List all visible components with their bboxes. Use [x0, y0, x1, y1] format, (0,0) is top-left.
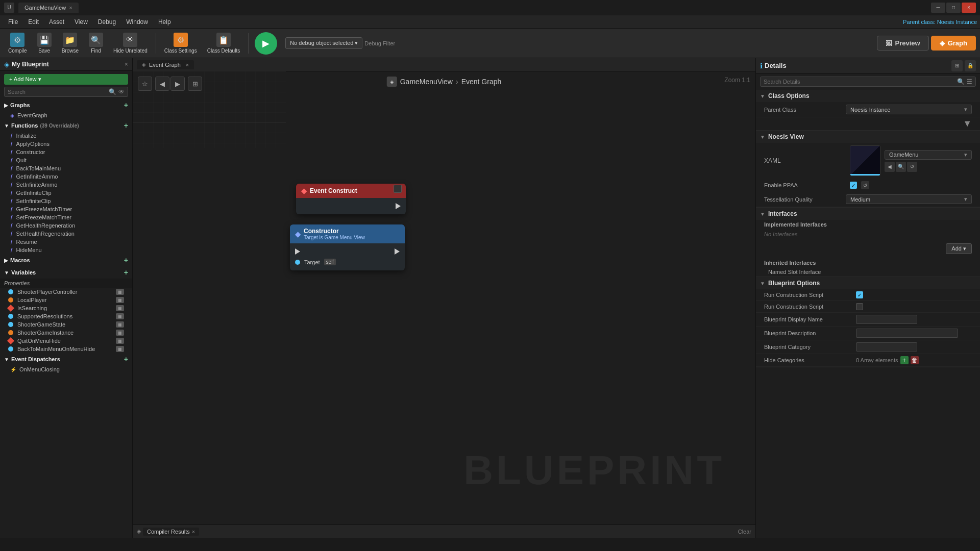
browse-button[interactable]: 📁 Browse — [58, 31, 83, 56]
func-gethealthregeneration[interactable]: ƒGetHealthRegeneration — [0, 221, 132, 230]
search-eye-icon[interactable]: 👁 — [118, 88, 125, 95]
functions-add-button[interactable]: + — [124, 121, 128, 130]
compiler-results-tab[interactable]: Compiler Results × — [143, 528, 199, 536]
add-interface-button[interactable]: Add ▾ — [946, 243, 972, 254]
breadcrumb-leaf[interactable]: Event Graph — [461, 78, 502, 86]
func-quit[interactable]: ƒQuit — [0, 156, 132, 164]
xaml-back-button[interactable]: ◀ — [885, 162, 895, 172]
xaml-preview[interactable] — [850, 145, 880, 176]
graphs-section-header[interactable]: ▶ Graphs + — [0, 99, 132, 111]
var-localplayer[interactable]: LocalPlayer ▦ — [0, 296, 132, 304]
func-setfreezematchtimer[interactable]: ƒSetFreezeMatchTimer — [0, 213, 132, 221]
class-options-header[interactable]: ▼ Class Options — [756, 90, 980, 102]
macros-section-header[interactable]: ▶ Macros + — [0, 254, 132, 266]
search-details-input[interactable] — [764, 79, 957, 85]
compiler-results-close[interactable]: × — [192, 529, 195, 535]
var-quitonmenuhide[interactable]: QuitOnMenuHide ▦ — [0, 337, 132, 345]
graph-bookmark-button[interactable]: ☆ — [138, 77, 152, 91]
tab-close-icon[interactable]: × — [69, 5, 72, 11]
func-initialize[interactable]: ƒInitialize — [0, 132, 132, 140]
array-add-button[interactable]: + — [900, 356, 909, 364]
var-supportedresolutions[interactable]: SupportedResolutions ▦ — [0, 312, 132, 320]
blueprint-options-header[interactable]: ▼ Blueprint Options — [756, 277, 980, 289]
close-button[interactable]: × — [962, 3, 976, 13]
menu-asset[interactable]: Asset — [44, 17, 69, 27]
var-shooterplayercontroller[interactable]: ShooterPlayerController ▦ — [0, 288, 132, 296]
tessellation-quality-dropdown[interactable]: Medium ▾ — [846, 194, 972, 204]
dispatchers-add-button[interactable]: + — [124, 355, 128, 363]
minimize-button[interactable]: ─ — [931, 3, 945, 13]
func-getinfiniteammo[interactable]: ƒGetInfiniteAmmo — [0, 172, 132, 181]
parent-class-dropdown[interactable]: Noesis Instance ▾ — [846, 105, 972, 114]
func-backtomainmenu[interactable]: ƒBackToMainMenu — [0, 164, 132, 172]
compile-button[interactable]: ⚙ Compile — [4, 31, 31, 56]
search-icon[interactable]: 🔍 — [109, 88, 116, 95]
event-graph-tab[interactable]: ◈ Event Graph × — [137, 60, 194, 69]
func-getinfiniteclip[interactable]: ƒGetInfiniteClip — [0, 189, 132, 197]
dispatcher-onmenuclosing[interactable]: ⚡ OnMenuClosing — [0, 365, 132, 373]
debug-object-dropdown[interactable]: No debug object selected ▾ — [285, 37, 362, 49]
graph-back-button[interactable]: ◀ — [155, 77, 169, 91]
preview-button[interactable]: 🖼 Preview — [877, 36, 929, 51]
noesis-view-header[interactable]: ▼ Noesis View — [756, 131, 980, 143]
var-shootergamestate[interactable]: ShooterGameState ▦ — [0, 320, 132, 329]
menu-edit[interactable]: Edit — [23, 17, 44, 27]
enable-ppaa-checkbox[interactable] — [850, 182, 857, 189]
func-hidemenu[interactable]: ƒHideMenu — [0, 246, 132, 254]
save-button[interactable]: 💾 Save — [33, 31, 56, 56]
menu-debug[interactable]: Debug — [93, 17, 121, 27]
maximize-button[interactable]: □ — [946, 3, 961, 13]
func-resume[interactable]: ƒResume — [0, 238, 132, 246]
blueprint-description-input[interactable] — [856, 329, 958, 338]
func-sethealthregeneration[interactable]: ƒSetHealthRegeneration — [0, 230, 132, 238]
xaml-dropdown[interactable]: GameMenu ▾ — [885, 150, 972, 160]
details-grid-view-button[interactable]: ⊞ — [951, 60, 963, 71]
var-shootergameinstance[interactable]: ShooterGameInstance ▦ — [0, 329, 132, 337]
class-settings-button[interactable]: ⚙ Class Settings — [160, 31, 201, 56]
func-setinfiniteclip[interactable]: ƒSetInfiniteClip — [0, 197, 132, 205]
macros-add-button[interactable]: + — [124, 256, 128, 264]
func-constructor[interactable]: ƒConstructor — [0, 148, 132, 156]
play-button[interactable]: ▶ — [255, 32, 277, 55]
add-new-button[interactable]: + Add New ▾ — [4, 74, 128, 85]
menu-help[interactable]: Help — [153, 17, 176, 27]
blueprint-display-name-input[interactable] — [856, 315, 917, 324]
blueprint-panel-close[interactable]: × — [125, 61, 128, 68]
xaml-search-button[interactable]: 🔍 — [896, 162, 906, 172]
functions-section-header[interactable]: ▼ Functions (39 Overridable) + — [0, 119, 132, 132]
search-input[interactable] — [8, 89, 109, 95]
event-graph-item[interactable]: ◈ EventGraph — [0, 111, 132, 119]
menu-view[interactable]: View — [69, 17, 93, 27]
graph-grid-button[interactable]: ⊞ — [188, 77, 202, 91]
rcs-checkbox-1[interactable] — [856, 291, 863, 298]
blueprint-category-input[interactable] — [856, 342, 917, 352]
constructor-node[interactable]: ◆ Constructor Target is Game Menu View — [290, 224, 405, 270]
clear-button[interactable]: Clear — [738, 529, 751, 535]
find-button[interactable]: 🔍 Find — [85, 31, 107, 56]
class-defaults-button[interactable]: 📋 Class Defaults — [203, 31, 244, 56]
func-setinfiniteammo[interactable]: ƒSetInfiniteAmmo — [0, 181, 132, 189]
interfaces-header[interactable]: ▼ Interfaces — [756, 208, 980, 220]
xaml-reset-button[interactable]: ↺ — [907, 162, 917, 172]
variables-section-header[interactable]: ▼ Variables + — [0, 266, 132, 279]
event-construct-node[interactable]: ◆ Event Construct — [296, 184, 406, 214]
parent-class-value[interactable]: Noesis Instance — [937, 19, 977, 25]
func-applyoptions[interactable]: ƒApplyOptions — [0, 140, 132, 148]
graph-tab-close[interactable]: × — [186, 62, 189, 68]
enable-ppaa-reset[interactable]: ↺ — [861, 181, 869, 189]
details-lock-button[interactable]: 🔒 — [965, 60, 976, 71]
rcs-checkbox-2[interactable] — [856, 303, 863, 310]
hide-unrelated-button[interactable]: 👁 Hide Unrelated — [109, 31, 152, 56]
event-dispatchers-section-header[interactable]: ▼ Event Dispatchers + — [0, 353, 132, 365]
variables-add-button[interactable]: + — [124, 268, 128, 277]
menu-window[interactable]: Window — [121, 17, 153, 27]
graphs-add-button[interactable]: + — [124, 101, 128, 109]
array-delete-button[interactable]: 🗑 — [911, 356, 919, 364]
breadcrumb-root[interactable]: GameMenuView — [400, 78, 453, 86]
window-tab[interactable]: GameMenuView × — [18, 3, 79, 13]
search-details-icon[interactable]: 🔍 — [957, 78, 965, 85]
graph-canvas[interactable]: ☆ ◀ ▶ ⊞ ◈ GameMenuView › Event Graph Zoo… — [133, 71, 755, 524]
graph-forward-button[interactable]: ▶ — [170, 77, 185, 91]
var-backtomainmenuonmenuhide[interactable]: BackToMainMenuOnMenuHide ▦ — [0, 345, 132, 353]
graph-button[interactable]: ◈ Graph — [931, 36, 976, 51]
